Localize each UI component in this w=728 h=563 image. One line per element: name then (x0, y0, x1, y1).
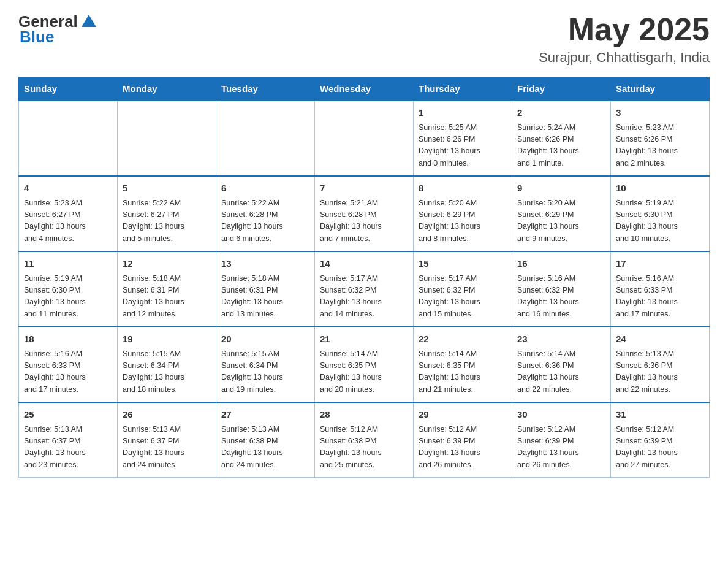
day-number: 23 (517, 332, 605, 347)
day-info: Sunrise: 5:13 AMSunset: 6:37 PMDaylight:… (24, 424, 112, 472)
day-number: 2 (517, 106, 605, 120)
day-info: Sunrise: 5:19 AMSunset: 6:30 PMDaylight:… (24, 273, 112, 321)
day-info: Sunrise: 5:13 AMSunset: 6:36 PMDaylight:… (616, 348, 704, 396)
day-info: Sunrise: 5:17 AMSunset: 6:32 PMDaylight:… (419, 273, 507, 321)
day-number: 9 (517, 182, 605, 196)
day-number: 31 (616, 408, 704, 422)
day-info: Sunrise: 5:21 AMSunset: 6:28 PMDaylight:… (320, 197, 408, 245)
weekday-header-thursday: Thursday (414, 77, 512, 101)
day-number: 19 (123, 332, 211, 347)
calendar-day-11: 11Sunrise: 5:19 AMSunset: 6:30 PMDayligh… (19, 251, 118, 327)
day-number: 25 (24, 408, 112, 422)
day-info: Sunrise: 5:19 AMSunset: 6:30 PMDaylight:… (616, 197, 704, 245)
day-info: Sunrise: 5:13 AMSunset: 6:37 PMDaylight:… (123, 424, 211, 472)
calendar-day-27: 27Sunrise: 5:13 AMSunset: 6:38 PMDayligh… (216, 402, 315, 478)
page-header: General Blue May 2025 Surajpur, Chhattis… (18, 12, 710, 66)
calendar-day-23: 23Sunrise: 5:14 AMSunset: 6:36 PMDayligh… (512, 327, 611, 402)
calendar-day-1: 1Sunrise: 5:25 AMSunset: 6:26 PMDaylight… (414, 101, 512, 176)
calendar-day-9: 9Sunrise: 5:20 AMSunset: 6:29 PMDaylight… (512, 176, 611, 251)
day-number: 24 (616, 332, 704, 347)
calendar-day-12: 12Sunrise: 5:18 AMSunset: 6:31 PMDayligh… (118, 251, 216, 327)
calendar-empty-cell (19, 101, 118, 176)
day-info: Sunrise: 5:22 AMSunset: 6:27 PMDaylight:… (123, 197, 211, 245)
day-number: 3 (616, 106, 704, 120)
day-info: Sunrise: 5:16 AMSunset: 6:32 PMDaylight:… (517, 273, 605, 321)
day-number: 4 (24, 182, 112, 196)
weekday-header-friday: Friday (512, 77, 611, 101)
calendar-day-25: 25Sunrise: 5:13 AMSunset: 6:37 PMDayligh… (19, 402, 118, 478)
calendar-day-19: 19Sunrise: 5:15 AMSunset: 6:34 PMDayligh… (118, 327, 216, 402)
day-info: Sunrise: 5:15 AMSunset: 6:34 PMDaylight:… (221, 348, 309, 396)
day-info: Sunrise: 5:20 AMSunset: 6:29 PMDaylight:… (517, 197, 605, 245)
calendar-day-2: 2Sunrise: 5:24 AMSunset: 6:26 PMDaylight… (512, 101, 611, 176)
day-number: 12 (123, 257, 211, 271)
day-number: 15 (419, 257, 507, 271)
day-number: 18 (24, 332, 112, 347)
calendar-week-row: 4Sunrise: 5:23 AMSunset: 6:27 PMDaylight… (19, 176, 710, 251)
day-number: 26 (123, 408, 211, 422)
day-info: Sunrise: 5:14 AMSunset: 6:35 PMDaylight:… (320, 348, 408, 396)
calendar-day-22: 22Sunrise: 5:14 AMSunset: 6:35 PMDayligh… (414, 327, 512, 402)
logo: General Blue (18, 12, 97, 47)
day-info: Sunrise: 5:16 AMSunset: 6:33 PMDaylight:… (616, 273, 704, 321)
day-number: 13 (221, 257, 309, 271)
day-number: 29 (419, 408, 507, 422)
calendar-day-8: 8Sunrise: 5:20 AMSunset: 6:29 PMDaylight… (414, 176, 512, 251)
weekday-header-sunday: Sunday (19, 77, 118, 101)
day-info: Sunrise: 5:14 AMSunset: 6:36 PMDaylight:… (517, 348, 605, 396)
calendar-day-7: 7Sunrise: 5:21 AMSunset: 6:28 PMDaylight… (315, 176, 414, 251)
calendar-day-3: 3Sunrise: 5:23 AMSunset: 6:26 PMDaylight… (611, 101, 710, 176)
calendar-day-5: 5Sunrise: 5:22 AMSunset: 6:27 PMDaylight… (118, 176, 216, 251)
day-info: Sunrise: 5:12 AMSunset: 6:39 PMDaylight:… (616, 424, 704, 472)
calendar-empty-cell (216, 101, 315, 176)
day-number: 28 (320, 408, 408, 422)
calendar-day-6: 6Sunrise: 5:22 AMSunset: 6:28 PMDaylight… (216, 176, 315, 251)
calendar-day-31: 31Sunrise: 5:12 AMSunset: 6:39 PMDayligh… (611, 402, 710, 478)
day-number: 22 (419, 332, 507, 347)
calendar-day-16: 16Sunrise: 5:16 AMSunset: 6:32 PMDayligh… (512, 251, 611, 327)
calendar-day-10: 10Sunrise: 5:19 AMSunset: 6:30 PMDayligh… (611, 176, 710, 251)
day-number: 27 (221, 408, 309, 422)
weekday-header-saturday: Saturday (611, 77, 710, 101)
calendar-day-4: 4Sunrise: 5:23 AMSunset: 6:27 PMDaylight… (19, 176, 118, 251)
calendar-day-14: 14Sunrise: 5:17 AMSunset: 6:32 PMDayligh… (315, 251, 414, 327)
day-info: Sunrise: 5:20 AMSunset: 6:29 PMDaylight:… (419, 197, 507, 245)
day-info: Sunrise: 5:12 AMSunset: 6:39 PMDaylight:… (419, 424, 507, 472)
calendar-day-26: 26Sunrise: 5:13 AMSunset: 6:37 PMDayligh… (118, 402, 216, 478)
day-info: Sunrise: 5:22 AMSunset: 6:28 PMDaylight:… (221, 197, 309, 245)
calendar-day-28: 28Sunrise: 5:12 AMSunset: 6:38 PMDayligh… (315, 402, 414, 478)
day-info: Sunrise: 5:25 AMSunset: 6:26 PMDaylight:… (419, 122, 507, 170)
day-info: Sunrise: 5:14 AMSunset: 6:35 PMDaylight:… (419, 348, 507, 396)
day-number: 6 (221, 182, 309, 196)
day-number: 1 (419, 106, 507, 120)
day-info: Sunrise: 5:12 AMSunset: 6:38 PMDaylight:… (320, 424, 408, 472)
day-number: 16 (517, 257, 605, 271)
day-info: Sunrise: 5:17 AMSunset: 6:32 PMDaylight:… (320, 273, 408, 321)
title-block: May 2025 Surajpur, Chhattisgarh, India (539, 12, 710, 66)
day-number: 11 (24, 257, 112, 271)
day-number: 17 (616, 257, 704, 271)
day-info: Sunrise: 5:15 AMSunset: 6:34 PMDaylight:… (123, 348, 211, 396)
weekday-header-wednesday: Wednesday (315, 77, 414, 101)
day-number: 8 (419, 182, 507, 196)
calendar-week-row: 18Sunrise: 5:16 AMSunset: 6:33 PMDayligh… (19, 327, 710, 402)
calendar-empty-cell (118, 101, 216, 176)
calendar-day-21: 21Sunrise: 5:14 AMSunset: 6:35 PMDayligh… (315, 327, 414, 402)
day-info: Sunrise: 5:23 AMSunset: 6:27 PMDaylight:… (24, 197, 112, 245)
calendar-week-row: 25Sunrise: 5:13 AMSunset: 6:37 PMDayligh… (19, 402, 710, 478)
calendar-day-24: 24Sunrise: 5:13 AMSunset: 6:36 PMDayligh… (611, 327, 710, 402)
svg-marker-0 (82, 15, 96, 27)
day-number: 30 (517, 408, 605, 422)
day-info: Sunrise: 5:23 AMSunset: 6:26 PMDaylight:… (616, 122, 704, 170)
day-number: 14 (320, 257, 408, 271)
day-info: Sunrise: 5:18 AMSunset: 6:31 PMDaylight:… (221, 273, 309, 321)
day-info: Sunrise: 5:13 AMSunset: 6:38 PMDaylight:… (221, 424, 309, 472)
day-number: 7 (320, 182, 408, 196)
location-title: Surajpur, Chhattisgarh, India (539, 50, 710, 66)
month-title: May 2025 (539, 12, 710, 47)
day-number: 20 (221, 332, 309, 347)
calendar-empty-cell (315, 101, 414, 176)
logo-icon (80, 13, 97, 31)
day-info: Sunrise: 5:16 AMSunset: 6:33 PMDaylight:… (24, 348, 112, 396)
calendar-day-13: 13Sunrise: 5:18 AMSunset: 6:31 PMDayligh… (216, 251, 315, 327)
